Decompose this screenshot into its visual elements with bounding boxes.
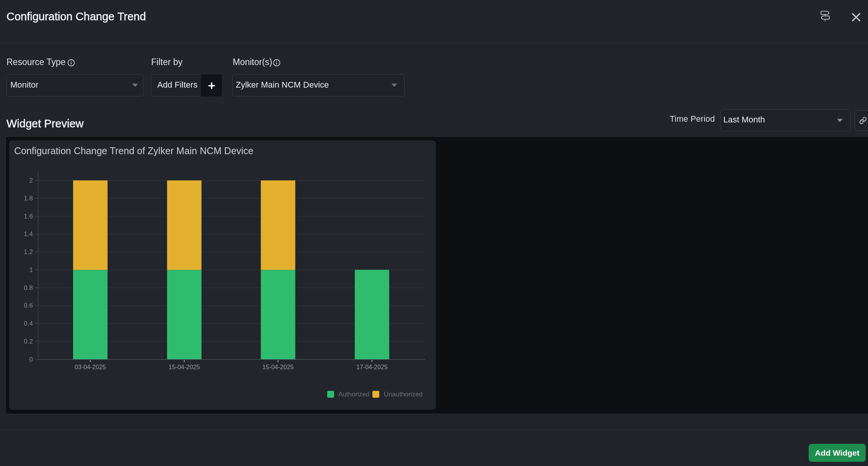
svg-text:1: 1	[29, 266, 33, 274]
svg-text:17-04-2025: 17-04-2025	[356, 364, 388, 370]
svg-text:15-04-2025: 15-04-2025	[169, 364, 200, 370]
svg-text:15-04-2025: 15-04-2025	[263, 364, 294, 370]
svg-text:Unauthorized: Unauthorized	[384, 391, 423, 398]
svg-text:0: 0	[29, 356, 33, 363]
svg-text:1.2: 1.2	[24, 248, 33, 256]
svg-text:Configuration Change Trend of: Configuration Change Trend of Zylker Mai…	[14, 145, 253, 156]
svg-text:1.8: 1.8	[24, 195, 33, 202]
svg-text:0.4: 0.4	[24, 320, 33, 327]
svg-text:Authorized: Authorized	[338, 391, 369, 398]
svg-text:2: 2	[29, 177, 33, 184]
svg-text:0.2: 0.2	[24, 338, 33, 345]
svg-text:0.8: 0.8	[24, 284, 33, 292]
svg-text:03-04-2025: 03-04-2025	[75, 364, 106, 370]
svg-text:0.6: 0.6	[24, 302, 33, 309]
svg-text:1.6: 1.6	[24, 213, 33, 220]
svg-text:1.4: 1.4	[24, 230, 33, 238]
